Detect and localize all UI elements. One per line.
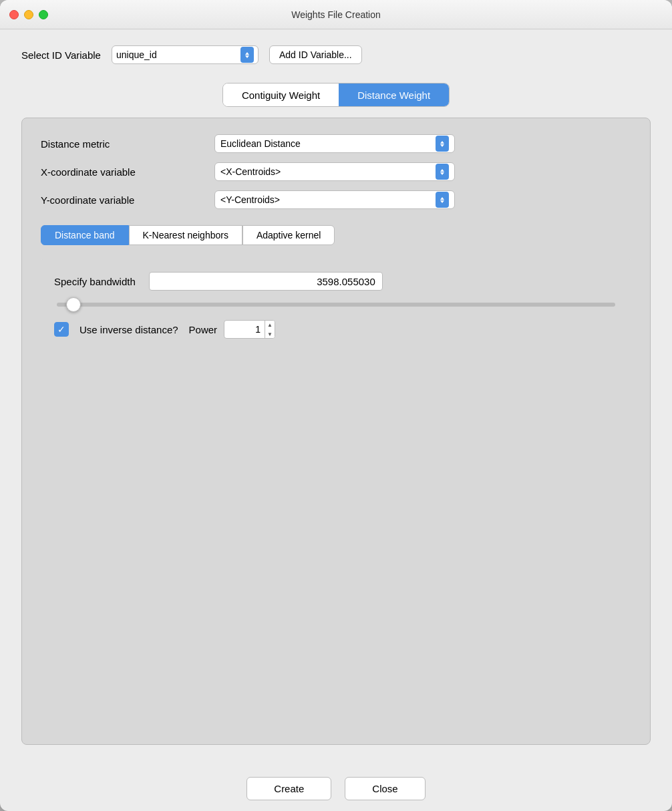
tab-distance-weight[interactable]: Distance Weight <box>339 84 449 106</box>
close-button[interactable]: Close <box>345 777 425 800</box>
inner-panel: Specify bandwidth ✓ Use inverse distance… <box>41 259 631 728</box>
create-button[interactable]: Create <box>246 777 331 800</box>
main-window: Weights File Creation Select ID Variable… <box>0 0 672 811</box>
window-title: Weights File Creation <box>291 9 381 20</box>
inverse-distance-checkbox[interactable]: ✓ <box>54 322 69 337</box>
checkmark-icon: ✓ <box>57 325 65 334</box>
power-section: Power ▲ ▼ <box>189 320 275 339</box>
y-coord-value: <Y-Centroids> <box>220 194 433 205</box>
select-id-label: Select ID Variable <box>21 49 101 61</box>
y-coord-row: Y-coordinate variable <Y-Centroids> <box>41 190 631 209</box>
power-spinner[interactable]: ▲ ▼ <box>265 320 275 339</box>
subtab-distance-band[interactable]: Distance band <box>41 225 129 245</box>
distance-metric-value: Euclidean Distance <box>220 138 433 149</box>
main-tab-bar-container: Contiguity Weight Distance Weight <box>21 83 651 107</box>
top-row: Select ID Variable unique_id Add ID Vari… <box>21 45 651 64</box>
distance-metric-row: Distance metric Euclidean Distance <box>41 134 631 153</box>
inverse-distance-row: ✓ Use inverse distance? Power ▲ ▼ <box>54 320 618 339</box>
power-input-wrap: ▲ ▼ <box>224 320 275 339</box>
power-label: Power <box>189 324 218 335</box>
traffic-lights <box>9 10 48 19</box>
bandwidth-input[interactable] <box>149 272 383 291</box>
x-coord-label: X-coordinate variable <box>41 166 214 178</box>
bandwidth-slider-track[interactable] <box>57 303 615 307</box>
distance-metric-select[interactable]: Euclidean Distance <box>214 134 455 153</box>
titlebar: Weights File Creation <box>0 0 672 29</box>
subtab-bar: Distance band K-Nearest neighbors Adapti… <box>41 225 631 245</box>
add-id-variable-button[interactable]: Add ID Variable... <box>269 45 362 64</box>
x-coord-value: <X-Centroids> <box>220 166 433 177</box>
id-variable-spinner[interactable] <box>240 47 254 63</box>
x-coord-select[interactable]: <X-Centroids> <box>214 162 455 181</box>
power-spinner-down[interactable]: ▼ <box>265 329 275 339</box>
subtab-adaptive[interactable]: Adaptive kernel <box>242 225 335 245</box>
bandwidth-row: Specify bandwidth <box>54 272 618 291</box>
minimize-traffic-light[interactable] <box>24 10 33 19</box>
power-input[interactable] <box>224 324 265 335</box>
subtab-knn[interactable]: K-Nearest neighbors <box>129 225 242 245</box>
slider-row <box>54 300 618 307</box>
bandwidth-slider-thumb[interactable] <box>66 297 81 312</box>
id-variable-select[interactable]: unique_id <box>112 45 259 64</box>
y-coord-label: Y-coordinate variable <box>41 194 214 206</box>
x-coord-row: X-coordinate variable <X-Centroids> <box>41 162 631 181</box>
bottom-bar: Create Close <box>0 761 672 811</box>
close-traffic-light[interactable] <box>9 10 19 19</box>
maximize-traffic-light[interactable] <box>39 10 48 19</box>
window-content: Select ID Variable unique_id Add ID Vari… <box>0 29 672 761</box>
inverse-distance-label: Use inverse distance? <box>79 324 178 335</box>
x-coord-spinner[interactable] <box>436 164 449 180</box>
y-coord-select[interactable]: <Y-Centroids> <box>214 190 455 209</box>
tab-contiguity-weight[interactable]: Contiguity Weight <box>223 84 339 106</box>
main-tab-bar: Contiguity Weight Distance Weight <box>222 83 450 107</box>
power-spinner-up[interactable]: ▲ <box>265 320 275 329</box>
main-panel: Distance metric Euclidean Distance X-coo… <box>21 118 651 745</box>
distance-metric-spinner[interactable] <box>436 136 449 152</box>
bandwidth-label: Specify bandwidth <box>54 276 136 287</box>
distance-metric-label: Distance metric <box>41 138 214 150</box>
y-coord-spinner[interactable] <box>436 192 449 208</box>
id-variable-value: unique_id <box>116 49 238 60</box>
